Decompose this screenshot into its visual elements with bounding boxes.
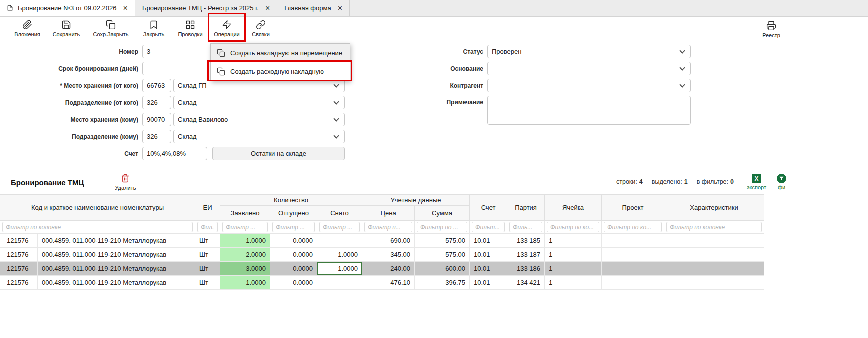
excel-export-button[interactable]: X экспорт <box>747 174 766 190</box>
cell-price[interactable]: 476.10 <box>362 276 415 290</box>
close-button[interactable]: Закрыть <box>136 19 171 37</box>
filter-input-project[interactable] <box>604 222 662 232</box>
storage-from-code-input[interactable] <box>142 79 171 92</box>
filter-input-account[interactable] <box>472 222 505 232</box>
filter-input-unit[interactable] <box>197 222 218 232</box>
cell-name[interactable]: 000.4859. 011.000-119-210 Металлорукав <box>38 234 195 248</box>
department-to-combo[interactable]: Склад <box>173 130 345 143</box>
cell-characteristics[interactable] <box>664 276 764 290</box>
delete-row-button[interactable]: Удалить <box>115 174 136 191</box>
cell-account[interactable]: 10.01 <box>470 234 507 248</box>
storage-to-combo[interactable]: Склад Вавилово <box>173 113 345 126</box>
cell-account[interactable]: 10.01 <box>470 276 507 290</box>
cell-project[interactable] <box>602 248 664 262</box>
cell-unit[interactable]: Шт <box>195 234 220 248</box>
cell-name[interactable]: 000.4859. 011.000-119-210 Металлорукав <box>38 276 195 290</box>
cell-requested[interactable]: 1.0000 <box>220 234 270 248</box>
cell-released[interactable]: 0.0000 <box>270 276 317 290</box>
cell-characteristics[interactable] <box>664 248 764 262</box>
cell-sum[interactable]: 600.00 <box>415 262 470 276</box>
cell-removed[interactable]: 1.0000 <box>317 248 362 262</box>
column-header-project[interactable]: Проект <box>602 195 664 221</box>
cell-requested[interactable]: 1.0000 <box>220 276 270 290</box>
links-button[interactable]: Связки <box>246 19 276 37</box>
cell-batch[interactable]: 133 185 <box>507 234 545 248</box>
status-combo[interactable]: Проверен <box>487 45 691 58</box>
note-textarea[interactable] <box>487 96 691 125</box>
cell-batch[interactable]: 134 421 <box>507 276 545 290</box>
cell-price[interactable]: 690.00 <box>362 234 415 248</box>
basis-combo[interactable] <box>487 62 691 75</box>
cell-name[interactable]: 000.4859. 011.000-119-210 Металлорукав <box>38 248 195 262</box>
column-header-account[interactable]: Счет <box>470 195 507 221</box>
filter-input-sum[interactable] <box>417 222 467 232</box>
cell-sum[interactable]: 575.00 <box>415 234 470 248</box>
table-row[interactable]: 121576000.4859. 011.000-119-210 Металлор… <box>0 234 764 248</box>
filter-input-removed[interactable] <box>319 222 360 232</box>
tab-close-icon[interactable]: × <box>338 4 342 12</box>
cell-price[interactable]: 345.00 <box>362 248 415 262</box>
postings-button[interactable]: Проводки <box>173 19 208 37</box>
cell-project[interactable] <box>602 262 664 276</box>
registry-button[interactable]: Реестр <box>756 20 786 38</box>
column-header-nomenclature[interactable]: Код и краткое наименование номенклатуры <box>0 195 195 221</box>
cell-cell[interactable]: 1 <box>545 248 602 262</box>
filter-input-price[interactable] <box>364 222 412 232</box>
cell-account[interactable]: 10.01 <box>470 262 507 276</box>
tab-booking-document[interactable]: Бронирование №3 от 09.02.2026 × <box>0 0 135 16</box>
department-from-combo[interactable]: Склад <box>173 96 345 109</box>
cell-sum[interactable]: 396.75 <box>415 276 470 290</box>
cell-released[interactable]: 0.0000 <box>270 262 317 276</box>
filter-input-batch[interactable] <box>509 222 542 232</box>
cell-batch[interactable]: 133 187 <box>507 248 545 262</box>
cell-project[interactable] <box>602 234 664 248</box>
cell-unit[interactable]: Шт <box>195 276 220 290</box>
column-header-price[interactable]: Цена <box>362 206 415 221</box>
table-row[interactable]: 121576000.4859. 011.000-119-210 Металлор… <box>0 276 764 290</box>
column-header-requested[interactable]: Заявлено <box>220 206 270 221</box>
cell-sum[interactable]: 575.00 <box>415 248 470 262</box>
cell-removed[interactable]: 1.0000 <box>317 262 362 276</box>
storage-to-code-input[interactable] <box>142 113 171 126</box>
table-row[interactable]: 121576000.4859. 011.000-119-210 Металлор… <box>0 248 764 262</box>
account-input[interactable] <box>142 147 207 160</box>
filter-input-released[interactable] <box>272 222 315 232</box>
filter-input-requested[interactable] <box>222 222 268 232</box>
cell-unit[interactable]: Шт <box>195 262 220 276</box>
cell-price[interactable]: 240.00 <box>362 262 415 276</box>
cell-name[interactable]: 000.4859. 011.000-119-210 Металлорукав <box>38 262 195 276</box>
cell-code[interactable]: 121576 <box>0 248 38 262</box>
cell-batch[interactable]: 133 186 <box>507 262 545 276</box>
cell-code[interactable]: 121576 <box>0 262 38 276</box>
column-header-batch[interactable]: Партия <box>507 195 545 221</box>
tab-main-form[interactable]: Главная форма × <box>277 0 350 16</box>
cell-released[interactable]: 0.0000 <box>270 234 317 248</box>
column-header-unit[interactable]: ЕИ <box>195 195 220 221</box>
cell-unit[interactable]: Шт <box>195 248 220 262</box>
cell-characteristics[interactable] <box>664 262 764 276</box>
save-button[interactable]: Сохранить <box>47 19 85 37</box>
filters-button[interactable]: фи <box>777 174 786 190</box>
contractor-combo[interactable] <box>487 79 691 92</box>
column-header-characteristics[interactable]: Характеристики <box>664 195 764 221</box>
cell-released[interactable]: 0.0000 <box>270 248 317 262</box>
cell-account[interactable]: 10.01 <box>470 248 507 262</box>
filter-input-cell[interactable] <box>547 222 599 232</box>
cell-requested[interactable]: 3.0000 <box>220 262 270 276</box>
table-row[interactable]: 121576000.4859. 011.000-119-210 Металлор… <box>0 262 764 276</box>
filter-input-nomenclature[interactable] <box>2 222 193 232</box>
cell-removed[interactable] <box>317 234 362 248</box>
tab-close-icon[interactable]: × <box>265 4 270 12</box>
filter-input-characteristics[interactable] <box>666 222 762 232</box>
column-header-sum[interactable]: Сумма <box>415 206 470 221</box>
tab-close-icon[interactable]: × <box>123 4 128 12</box>
stock-balance-button[interactable]: Остатки на складе <box>212 147 345 160</box>
department-from-code-input[interactable] <box>142 96 171 109</box>
cell-code[interactable]: 121576 <box>0 234 38 248</box>
column-header-cell[interactable]: Ячейка <box>545 195 602 221</box>
cell-characteristics[interactable] <box>664 234 764 248</box>
column-header-released[interactable]: Отпущено <box>270 206 317 221</box>
attachments-button[interactable]: Вложения <box>9 19 46 37</box>
cell-cell[interactable]: 1 <box>545 262 602 276</box>
department-to-code-input[interactable] <box>142 130 171 143</box>
